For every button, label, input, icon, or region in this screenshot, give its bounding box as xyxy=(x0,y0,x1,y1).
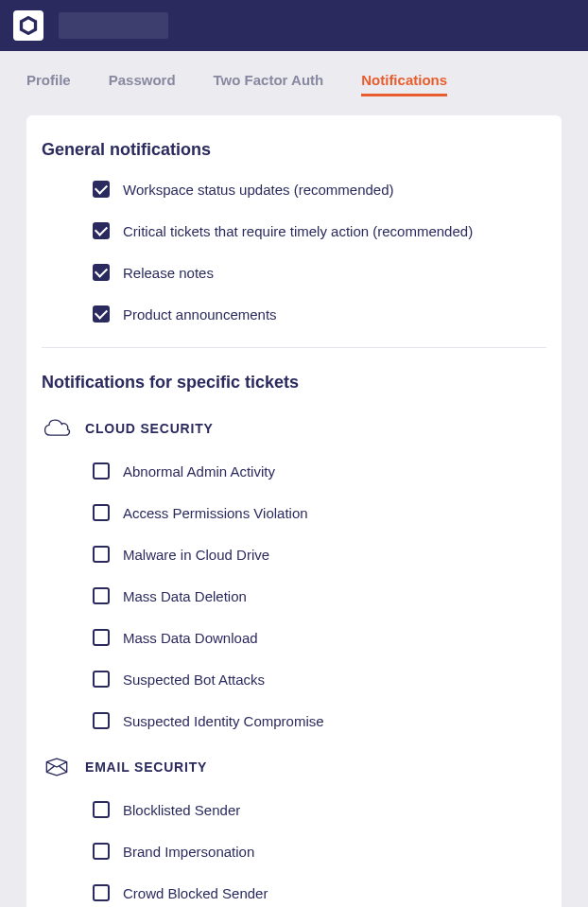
settings-card: General notifications Workspace status u… xyxy=(26,115,562,907)
ticket-option-0-3-label: Mass Data Deletion xyxy=(123,588,247,604)
ticket-option-1-0-label: Blocklisted Sender xyxy=(123,802,240,818)
cloud-icon xyxy=(42,413,72,444)
ticket-option-0-4-label: Mass Data Download xyxy=(123,630,258,646)
tab-password[interactable]: Password xyxy=(109,72,176,96)
ticket-option-1-2-checkbox[interactable] xyxy=(93,884,110,901)
ticket-option-1-1-row: Brand Impersonation xyxy=(93,843,546,860)
ticket-option-0-5-label: Suspected Bot Attacks xyxy=(123,672,265,688)
ticket-option-0-5-checkbox[interactable] xyxy=(93,671,110,688)
general-option-1-row: Critical tickets that require timely act… xyxy=(93,222,546,239)
ticket-option-0-2-label: Malware in Cloud Drive xyxy=(123,547,269,563)
specific-section-title: Notifications for specific tickets xyxy=(42,373,546,392)
general-option-3-row: Product announcements xyxy=(93,305,546,323)
ticket-option-0-0-row: Abnormal Admin Activity xyxy=(93,462,546,480)
general-option-2-label: Release notes xyxy=(123,265,214,281)
ticket-option-0-4-row: Mass Data Download xyxy=(93,629,546,646)
ticket-option-0-6-row: Suspected Identity Compromise xyxy=(93,712,546,729)
ticket-option-0-5-row: Suspected Bot Attacks xyxy=(93,671,546,688)
ticket-option-1-0-checkbox[interactable] xyxy=(93,801,110,818)
category-header-cloud-security: CLOUD SECURITY xyxy=(42,413,546,444)
ticket-option-0-4-checkbox[interactable] xyxy=(93,629,110,646)
general-option-2-row: Release notes xyxy=(93,264,546,281)
ticket-option-1-1-label: Brand Impersonation xyxy=(123,844,254,860)
ticket-option-0-2-row: Malware in Cloud Drive xyxy=(93,546,546,563)
ticket-option-0-1-row: Access Permissions Violation xyxy=(93,504,546,521)
general-option-1-checkbox[interactable] xyxy=(93,222,110,239)
ticket-option-0-3-row: Mass Data Deletion xyxy=(93,587,546,604)
general-option-3-label: Product announcements xyxy=(123,306,277,323)
ticket-option-0-2-checkbox[interactable] xyxy=(93,546,110,563)
ticket-option-0-3-checkbox[interactable] xyxy=(93,587,110,604)
tab-profile[interactable]: Profile xyxy=(26,72,71,96)
ticket-option-0-0-label: Abnormal Admin Activity xyxy=(123,463,275,480)
ticket-option-0-6-checkbox[interactable] xyxy=(93,712,110,729)
ticket-option-0-0-checkbox[interactable] xyxy=(93,462,110,480)
divider xyxy=(42,347,546,348)
ticket-list: Blocklisted SenderBrand ImpersonationCro… xyxy=(42,801,546,901)
ticket-option-0-1-label: Access Permissions Violation xyxy=(123,505,308,521)
general-option-0-row: Workspace status updates (recommended) xyxy=(93,181,546,198)
hexagon-icon xyxy=(19,16,38,35)
category-title: EMAIL SECURITY xyxy=(85,759,207,775)
header-placeholder xyxy=(59,12,168,39)
tab-notifications[interactable]: Notifications xyxy=(361,72,447,96)
general-section-title: General notifications xyxy=(42,140,546,160)
general-option-0-label: Workspace status updates (recommended) xyxy=(123,182,394,198)
category-title: CLOUD SECURITY xyxy=(85,421,214,436)
app-logo xyxy=(13,10,43,41)
general-option-3-checkbox[interactable] xyxy=(93,305,110,323)
general-option-0-checkbox[interactable] xyxy=(93,181,110,198)
ticket-option-0-1-checkbox[interactable] xyxy=(93,504,110,521)
ticket-option-1-2-row: Crowd Blocked Sender xyxy=(93,884,546,901)
ticket-list: Abnormal Admin ActivityAccess Permission… xyxy=(42,462,546,729)
ticket-option-0-6-label: Suspected Identity Compromise xyxy=(123,713,324,729)
ticket-option-1-0-row: Blocklisted Sender xyxy=(93,801,546,818)
tab-two-factor-auth[interactable]: Two Factor Auth xyxy=(214,72,324,96)
general-option-1-label: Critical tickets that require timely act… xyxy=(123,223,473,239)
ticket-option-1-2-label: Crowd Blocked Sender xyxy=(123,885,268,901)
envelope-icon xyxy=(42,752,72,782)
general-option-2-checkbox[interactable] xyxy=(93,264,110,281)
tabs-nav: ProfilePasswordTwo Factor AuthNotificati… xyxy=(0,51,588,106)
app-header xyxy=(0,0,588,51)
category-header-email-security: EMAIL SECURITY xyxy=(42,752,546,782)
ticket-option-1-1-checkbox[interactable] xyxy=(93,843,110,860)
